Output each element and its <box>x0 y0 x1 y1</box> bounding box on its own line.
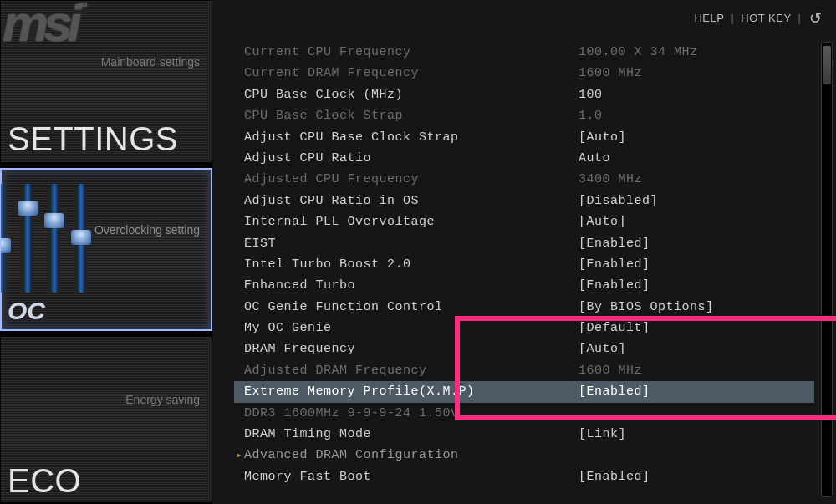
row-value: 100.00 X 34 MHz <box>579 42 814 63</box>
settings-row[interactable]: My OC Genie[Default] <box>234 318 814 339</box>
row-label: Current CPU Frequency <box>244 42 579 63</box>
row-value: Auto <box>579 148 814 169</box>
chevron-right-icon <box>234 445 244 466</box>
settings-list-wrap: Current CPU Frequency100.00 X 34 MHzCurr… <box>212 35 836 504</box>
settings-row: Adjusted CPU Frequency3400 MHz <box>234 169 814 190</box>
settings-row[interactable]: Intel Turbo Boost 2.0[Enabled] <box>234 254 814 275</box>
main-panel: HELP | HOT KEY | ↻ Current CPU Frequency… <box>212 0 836 504</box>
help-link[interactable]: HELP <box>694 12 724 24</box>
settings-row[interactable]: DRAM Timing Mode[Link] <box>234 424 814 445</box>
row-label: Internal PLL Overvoltage <box>244 211 579 232</box>
separator: | <box>798 12 802 24</box>
sidebar-small-label: Overclocking setting <box>94 223 200 237</box>
row-label: CPU Base Clock Strap <box>244 105 579 126</box>
row-gutter <box>234 254 244 275</box>
back-icon[interactable]: ↻ <box>808 9 822 28</box>
row-gutter <box>234 105 244 126</box>
settings-row[interactable]: Memory Fast Boot[Enabled] <box>234 466 814 487</box>
row-value: 1600 MHz <box>579 63 814 84</box>
sidebar-small-label: Energy saving <box>125 393 200 406</box>
row-gutter <box>234 466 244 487</box>
sidebar-tile-eco[interactable]: Energy saving ECO <box>0 336 212 503</box>
settings-row: Current CPU Frequency100.00 X 34 MHz <box>234 42 814 63</box>
row-label: Intel Turbo Boost 2.0 <box>244 254 579 275</box>
settings-row[interactable]: Advanced DRAM Configuration <box>234 445 814 466</box>
settings-row: CPU Base Clock Strap1.0 <box>234 105 814 126</box>
settings-row[interactable]: Enhanced Turbo[Enabled] <box>234 275 814 296</box>
row-label: OC Genie Function Control <box>244 297 579 318</box>
row-label: My OC Genie <box>244 318 579 339</box>
row-value: [Enabled] <box>579 275 814 296</box>
settings-row[interactable]: CPU Base Clock (MHz)100 <box>234 84 814 105</box>
row-gutter <box>234 339 244 359</box>
msi-logo: msi™ <box>3 3 89 44</box>
sidebar-tile-oc[interactable]: Overclocking setting OC <box>0 168 212 331</box>
sidebar: msi™ Mainboard settings SETTINGS Overclo… <box>0 0 212 504</box>
row-label: Enhanced Turbo <box>244 275 579 296</box>
settings-row[interactable]: OC Genie Function Control[By BIOS Option… <box>234 297 814 318</box>
row-gutter <box>234 42 244 63</box>
row-value: [Enabled] <box>579 233 814 254</box>
row-label: Adjust CPU Ratio in OS <box>244 191 579 211</box>
settings-row: Adjusted DRAM Frequency1600 MHz <box>234 360 814 381</box>
row-gutter <box>234 360 244 381</box>
scrollbar[interactable] <box>821 42 833 497</box>
settings-row[interactable]: DRAM Frequency[Auto] <box>234 339 814 359</box>
row-value: [Auto] <box>579 211 814 232</box>
row-label: CPU Base Clock (MHz) <box>244 84 579 105</box>
row-gutter <box>234 84 244 105</box>
row-value: [By BIOS Options] <box>579 297 814 318</box>
row-gutter <box>234 169 244 190</box>
row-label: Adjust CPU Base Clock Strap <box>244 127 579 148</box>
settings-row[interactable]: EIST[Enabled] <box>234 233 814 254</box>
row-gutter <box>234 381 244 402</box>
row-gutter <box>234 318 244 339</box>
row-gutter <box>234 63 244 84</box>
row-gutter <box>234 403 244 424</box>
row-value: [Enabled] <box>579 381 814 402</box>
row-label: EIST <box>244 233 579 254</box>
row-gutter <box>234 211 244 232</box>
row-label: DRAM Timing Mode <box>244 424 579 445</box>
sidebar-big-label: OC <box>8 297 45 325</box>
settings-row[interactable]: Adjust CPU Base Clock Strap[Auto] <box>234 127 814 148</box>
row-value: [Enabled] <box>579 466 814 487</box>
separator: | <box>731 12 734 24</box>
settings-row[interactable]: Extreme Memory Profile(X.M.P)[Enabled] <box>234 381 814 402</box>
row-value: [Auto] <box>579 127 814 148</box>
row-gutter <box>234 275 244 296</box>
row-label: Adjusted CPU Frequency <box>244 169 579 190</box>
sidebar-big-label: ECO <box>8 462 81 500</box>
row-value: 3400 MHz <box>579 169 814 190</box>
row-value <box>579 403 814 424</box>
row-value: [Auto] <box>579 339 814 359</box>
row-gutter <box>234 297 244 318</box>
row-gutter <box>234 127 244 148</box>
sidebar-small-label: Mainboard settings <box>101 55 200 69</box>
row-value: 1600 MHz <box>579 360 814 381</box>
topbar: HELP | HOT KEY | ↻ <box>212 0 836 35</box>
row-label: Adjusted DRAM Frequency <box>244 360 579 381</box>
sidebar-tile-settings[interactable]: msi™ Mainboard settings SETTINGS <box>0 0 212 163</box>
sidebar-big-label: SETTINGS <box>8 120 178 158</box>
row-value: [Enabled] <box>579 254 814 275</box>
row-gutter <box>234 424 244 445</box>
sliders-icon <box>0 184 94 293</box>
settings-row: DDR3 1600MHz 9-9-9-24 1.50V <box>234 403 814 424</box>
row-label: DDR3 1600MHz 9-9-9-24 1.50V <box>244 403 579 424</box>
row-label: Adjust CPU Ratio <box>244 148 579 169</box>
row-value: [Disabled] <box>579 191 814 211</box>
row-value: [Link] <box>579 424 814 445</box>
row-gutter <box>234 233 244 254</box>
scrollbar-thumb[interactable] <box>823 46 831 84</box>
settings-row[interactable]: Adjust CPU Ratio in OS[Disabled] <box>234 191 814 211</box>
row-label: Current DRAM Frequency <box>244 63 579 84</box>
settings-row: Current DRAM Frequency1600 MHz <box>234 63 814 84</box>
settings-list: Current CPU Frequency100.00 X 34 MHzCurr… <box>234 42 814 487</box>
settings-row[interactable]: Adjust CPU RatioAuto <box>234 148 814 169</box>
settings-row[interactable]: Internal PLL Overvoltage[Auto] <box>234 211 814 232</box>
row-label: Memory Fast Boot <box>244 466 579 487</box>
hotkey-link[interactable]: HOT KEY <box>741 12 791 24</box>
row-gutter <box>234 191 244 211</box>
row-value: 1.0 <box>579 105 814 126</box>
